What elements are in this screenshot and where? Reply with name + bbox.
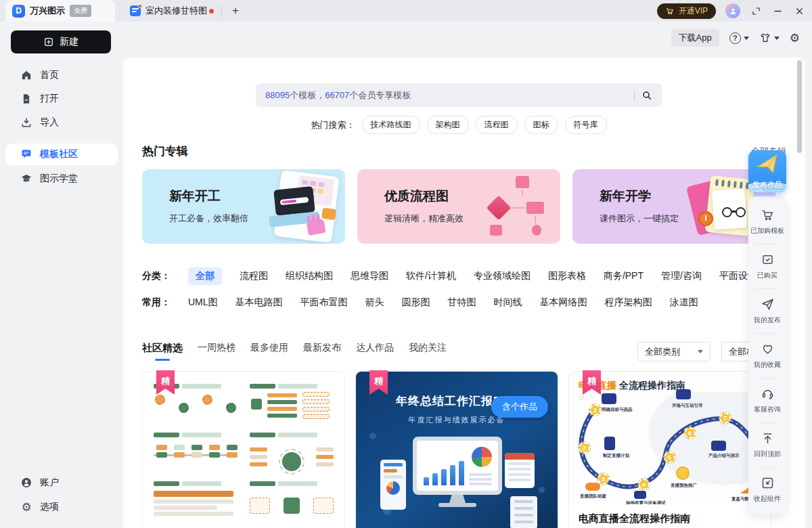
- publish-label: 发布作品: [748, 180, 786, 190]
- rail-item-favorites[interactable]: 我的收藏: [748, 333, 786, 378]
- equipment-icon: [634, 491, 646, 499]
- hot-albums-title: 热门专辑: [142, 144, 188, 159]
- sidebar-item-account[interactable]: 账户: [5, 472, 118, 493]
- category-item[interactable]: 组织结构图: [286, 270, 333, 282]
- restore-window-button[interactable]: [750, 5, 762, 17]
- category-item[interactable]: 软件/计算机: [406, 270, 456, 282]
- vertical-scrollbar[interactable]: [797, 60, 802, 153]
- common-item[interactable]: 圆形图: [402, 296, 430, 309]
- star-icon: ☆: [579, 393, 585, 402]
- common-item[interactable]: 基本电路图: [235, 296, 283, 309]
- template-card-livestream-guide[interactable]: 精: [568, 371, 771, 528]
- category-item[interactable]: 专业领域绘图: [474, 270, 531, 282]
- hot-tag[interactable]: 架构图: [427, 116, 469, 134]
- new-document-button[interactable]: 新建: [11, 30, 111, 53]
- category-item[interactable]: 思维导图: [351, 270, 388, 282]
- tab-weekly-hot[interactable]: 一周热榜: [198, 342, 235, 360]
- template-cards: 精: [142, 371, 771, 528]
- banner-quality-flowchart[interactable]: 优质流程图 逻辑清晰，精准高效: [357, 169, 560, 244]
- sidebar-item-label: 打开: [40, 93, 59, 105]
- sidebar-item-label: 图示学堂: [40, 173, 78, 185]
- mini-diagram: [154, 433, 238, 472]
- settings-menu[interactable]: ⚙: [790, 32, 800, 44]
- publish-work-button[interactable]: 发布作品: [748, 150, 786, 192]
- category-item[interactable]: 商务/PPT: [604, 270, 644, 282]
- flowchart-illustration: [469, 169, 560, 244]
- rail-item-customer-service[interactable]: 客服咨询: [748, 378, 786, 422]
- new-button-label: 新建: [60, 36, 78, 48]
- rail-item-cart-templates[interactable]: 已加购模板: [748, 199, 786, 244]
- template-caption: 电商直播全流程操作指南: [579, 512, 690, 525]
- new-tab-button[interactable]: +: [227, 3, 244, 19]
- import-icon: [20, 116, 32, 129]
- sidebar-item-open[interactable]: 打开: [5, 88, 118, 110]
- category-item[interactable]: 管理/咨询: [661, 270, 702, 282]
- common-filter-row: 常用： UML图 基本电路图 平面布置图 箭头 圆形图 甘特图 时间线 基本网络…: [142, 296, 786, 309]
- headset-icon: [761, 387, 775, 401]
- rail-item-my-publish[interactable]: 我的发布: [748, 288, 786, 333]
- sidebar-item-template-community[interactable]: 模板社区: [5, 144, 118, 165]
- banner-back-to-school[interactable]: 新年开学 课件图示，一键搞定: [572, 169, 775, 244]
- tab-community-featured[interactable]: 社区精选: [142, 342, 183, 361]
- gear-icon: ⚙: [790, 32, 800, 44]
- monitor-illustration: [413, 437, 502, 495]
- common-item[interactable]: 时间线: [494, 296, 522, 309]
- common-item[interactable]: 基本网络图: [540, 296, 587, 309]
- tab-newest[interactable]: 最新发布: [303, 342, 341, 360]
- tab-my-follows[interactable]: 我的关注: [409, 342, 447, 360]
- banner-subtitle: 逻辑清晰，精准高效: [384, 213, 464, 225]
- tab-expert-works[interactable]: 达人作品: [356, 342, 394, 360]
- common-item[interactable]: 箭头: [365, 296, 384, 309]
- sidebar-item-label: 首页: [40, 69, 59, 81]
- common-item[interactable]: UML图: [188, 296, 218, 309]
- shirt-icon: [759, 32, 771, 44]
- template-card-infographic[interactable]: 精: [142, 371, 345, 528]
- category-item-active[interactable]: 全部: [188, 267, 222, 285]
- search-icon[interactable]: [641, 90, 652, 101]
- hot-tag[interactable]: 流程图: [476, 116, 518, 134]
- rail-item-purchased[interactable]: 已购买: [748, 244, 786, 288]
- vip-cart-icon: [665, 6, 675, 16]
- sidebar-item-label: 模板社区: [40, 148, 78, 160]
- hot-tag[interactable]: 技术路线图: [362, 116, 420, 134]
- tab-most-used[interactable]: 最多使用: [250, 342, 288, 360]
- send-icon: [761, 297, 775, 311]
- heart-icon: [761, 342, 775, 356]
- common-item[interactable]: 平面布置图: [300, 296, 348, 309]
- hot-tag[interactable]: 符号库: [565, 116, 607, 134]
- help-menu[interactable]: ?: [729, 32, 749, 44]
- sidebar-item-options[interactable]: ⚙ 选项: [5, 496, 118, 518]
- file-icon: [20, 93, 32, 105]
- sidebar-item-academy[interactable]: 图示学堂: [5, 168, 118, 190]
- graduation-cap-icon: [20, 173, 32, 185]
- category-select[interactable]: 全部类别: [637, 342, 710, 361]
- banner-title: 新年开工: [169, 188, 221, 205]
- document-icon: [130, 5, 141, 16]
- close-button[interactable]: [793, 5, 805, 17]
- sidebar-item-import[interactable]: 导入: [5, 112, 118, 133]
- hot-search-row: 热门搜索： 技术路线图 架构图 流程图 图标 符号库: [256, 116, 662, 134]
- plus-box-icon: [43, 37, 54, 47]
- tab-app-home[interactable]: D 万兴图示 免费: [5, 0, 115, 22]
- minimize-button[interactable]: [771, 5, 784, 17]
- theme-menu[interactable]: [759, 32, 780, 44]
- rail-item-back-to-top[interactable]: 回到顶部: [748, 422, 786, 467]
- rail-item-collapse[interactable]: 收起组件: [748, 467, 786, 512]
- tab-separator: [221, 5, 222, 16]
- common-item[interactable]: 程序架构图: [605, 296, 652, 309]
- search-input[interactable]: 88095个模板，66707个会员专享模板: [256, 83, 662, 107]
- sidebar-item-home[interactable]: 首页: [5, 64, 118, 86]
- download-app-button[interactable]: 下载App: [671, 29, 719, 47]
- template-card-ppt[interactable]: 年终总结工作汇报PPT 年度汇报与绩效展示必备 精 含个: [355, 371, 558, 528]
- banner-new-year-work[interactable]: 新年开工 开工必备，效率翻倍: [142, 169, 345, 244]
- open-vip-button[interactable]: 开通VIP: [657, 3, 716, 19]
- common-item[interactable]: 甘特图: [448, 296, 476, 309]
- category-item[interactable]: 图形表格: [548, 270, 586, 282]
- category-item[interactable]: 流程图: [240, 270, 268, 282]
- monitor-icon: [711, 441, 726, 451]
- hot-tag[interactable]: 图标: [524, 116, 558, 134]
- tab-document[interactable]: 室内装修甘特图: [126, 0, 211, 22]
- avatar[interactable]: [725, 3, 740, 18]
- home-icon: [20, 69, 32, 81]
- common-item[interactable]: 泳道图: [670, 296, 698, 309]
